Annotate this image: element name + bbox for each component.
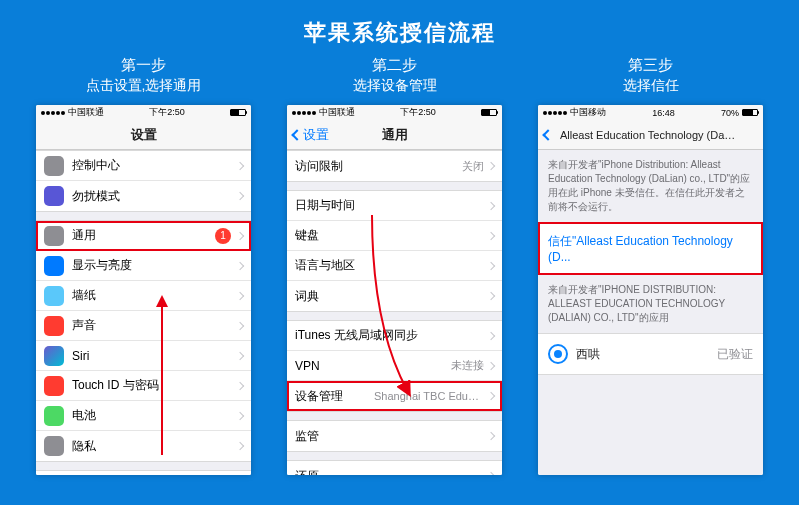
back-button[interactable]: 设置 xyxy=(293,126,329,144)
settings-row[interactable]: 键盘 xyxy=(287,221,502,251)
developer-description: 来自开发者"iPhone Distribution: Alleast Educa… xyxy=(538,150,763,222)
row-label: 显示与亮度 xyxy=(72,257,237,274)
settings-row[interactable]: 隐私 xyxy=(36,431,251,461)
signal-icon xyxy=(292,111,316,115)
row-label: 墙纸 xyxy=(72,287,237,304)
chevron-right-icon xyxy=(487,361,495,369)
apps-section-header: 来自开发者"IPHONE DISTRIBUTION: ALLEAST EDUCA… xyxy=(538,275,763,333)
general-list: 访问限制关闭日期与时间键盘语言与地区词典iTunes 无线局域网同步VPN未连接… xyxy=(287,150,502,475)
wallpaper-icon xyxy=(44,286,64,306)
status-bar: 中国联通 下午2:50 xyxy=(36,105,251,120)
time-label: 16:48 xyxy=(652,108,675,118)
page-title: 苹果系统授信流程 xyxy=(0,0,799,48)
time-label: 下午2:50 xyxy=(400,106,436,119)
settings-row[interactable]: iTunes Store 与 App Store xyxy=(36,471,251,475)
step2-title: 第二步 xyxy=(372,56,417,75)
settings-row[interactable]: 监管 xyxy=(287,421,502,451)
touchid-icon xyxy=(44,376,64,396)
row-label: VPN xyxy=(295,359,451,373)
chevron-right-icon xyxy=(487,432,495,440)
row-label: 监管 xyxy=(295,428,488,445)
chevron-right-icon xyxy=(236,161,244,169)
step1-title: 第一步 xyxy=(121,56,166,75)
settings-row[interactable]: 设备管理Shanghai TBC Education Dev... xyxy=(287,381,502,411)
row-label: 键盘 xyxy=(295,227,488,244)
settings-row[interactable]: VPN未连接 xyxy=(287,351,502,381)
chevron-right-icon xyxy=(487,231,495,239)
row-label: 控制中心 xyxy=(72,157,237,174)
settings-row[interactable]: 电池 xyxy=(36,401,251,431)
phone-screenshot-3: 中国移动 16:48 70% Alleast Education Technol… xyxy=(538,105,763,475)
battery-icon xyxy=(230,109,246,116)
settings-row[interactable]: iTunes 无线局域网同步 xyxy=(287,321,502,351)
display-icon xyxy=(44,256,64,276)
signal-icon xyxy=(41,111,65,115)
settings-row[interactable]: 词典 xyxy=(287,281,502,311)
settings-row[interactable]: 显示与亮度 xyxy=(36,251,251,281)
chevron-right-icon xyxy=(236,442,244,450)
settings-row[interactable]: 还原 xyxy=(287,461,502,475)
back-button[interactable] xyxy=(544,131,554,139)
chevron-right-icon xyxy=(487,392,495,400)
row-label: 访问限制 xyxy=(295,158,462,175)
chevron-right-icon xyxy=(236,291,244,299)
row-label: 还原 xyxy=(295,468,488,476)
settings-row[interactable]: Touch ID 与密码 xyxy=(36,371,251,401)
row-label: 声音 xyxy=(72,317,237,334)
chevron-right-icon xyxy=(487,162,495,170)
row-value: 未连接 xyxy=(451,358,484,373)
status-bar: 中国联通 下午2:50 xyxy=(287,105,502,120)
nav-title: 通用 xyxy=(382,126,408,144)
settings-row[interactable]: 控制中心 xyxy=(36,151,251,181)
sound-icon xyxy=(44,316,64,336)
back-label: 设置 xyxy=(303,126,329,144)
chevron-right-icon xyxy=(236,321,244,329)
chevron-right-icon xyxy=(487,292,495,300)
settings-row[interactable]: 墙纸 xyxy=(36,281,251,311)
chevron-right-icon xyxy=(487,201,495,209)
siri-icon xyxy=(44,346,64,366)
nav-bar: Alleast Education Technology (DaLia... xyxy=(538,120,763,150)
battery-icon xyxy=(742,109,758,116)
carrier-label: 中国联通 xyxy=(319,106,355,119)
step2-subtitle: 选择设备管理 xyxy=(353,77,437,95)
settings-row[interactable]: 通用1 xyxy=(36,221,251,251)
row-label: 电池 xyxy=(72,407,237,424)
app-row[interactable]: 西哄 已验证 xyxy=(538,333,763,375)
settings-row[interactable]: 日期与时间 xyxy=(287,191,502,221)
row-label: 隐私 xyxy=(72,438,237,455)
app-name: 西哄 xyxy=(576,346,717,363)
step1-subtitle: 点击设置,选择通用 xyxy=(86,77,202,95)
chevron-right-icon xyxy=(236,351,244,359)
settings-row[interactable]: Siri xyxy=(36,341,251,371)
chevron-right-icon xyxy=(236,261,244,269)
row-label: 日期与时间 xyxy=(295,197,488,214)
phone-screenshot-2: 中国联通 下午2:50 设置 通用 访问限制关闭日期与时间键盘语言与地区词典iT… xyxy=(287,105,502,475)
row-label: iTunes 无线局域网同步 xyxy=(295,327,488,344)
carrier-label: 中国移动 xyxy=(570,106,606,119)
control-center-icon xyxy=(44,156,64,176)
phone-screenshot-1: 中国联通 下午2:50 设置 控制中心勿扰模式通用1显示与亮度墙纸声音SiriT… xyxy=(36,105,251,475)
row-value: Shanghai TBC Education Dev... xyxy=(374,390,484,402)
status-bar: 中国移动 16:48 70% xyxy=(538,105,763,120)
settings-row[interactable]: 语言与地区 xyxy=(287,251,502,281)
chevron-right-icon xyxy=(236,411,244,419)
privacy-icon xyxy=(44,436,64,456)
row-label: 语言与地区 xyxy=(295,257,488,274)
app-status: 已验证 xyxy=(717,346,753,363)
settings-row[interactable]: 勿扰模式 xyxy=(36,181,251,211)
settings-row[interactable]: 声音 xyxy=(36,311,251,341)
row-label: Siri xyxy=(72,349,237,363)
nav-title: 设置 xyxy=(131,126,157,144)
chevron-right-icon xyxy=(487,261,495,269)
row-label: 词典 xyxy=(295,288,488,305)
settings-row[interactable]: 访问限制关闭 xyxy=(287,151,502,181)
battery-icon xyxy=(44,406,64,426)
nav-title: Alleast Education Technology (DaLia... xyxy=(538,129,763,141)
carrier-label: 中国联通 xyxy=(68,106,104,119)
time-label: 下午2:50 xyxy=(149,106,185,119)
row-value: 关闭 xyxy=(462,159,484,174)
gear-icon xyxy=(44,226,64,246)
signal-icon xyxy=(543,111,567,115)
trust-button[interactable]: 信任"Alleast Education Technology (D... xyxy=(538,222,763,275)
